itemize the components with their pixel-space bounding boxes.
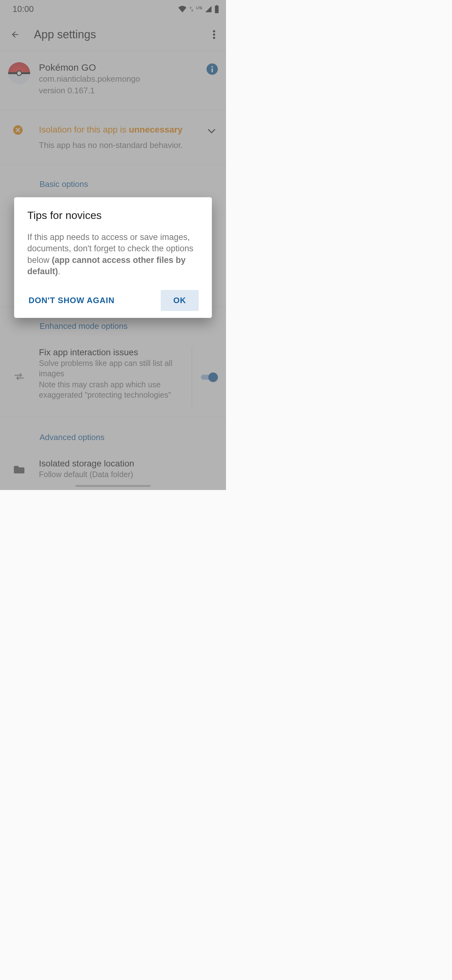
ok-button[interactable]: OK xyxy=(161,290,199,311)
dialog-title: Tips for novices xyxy=(27,209,199,221)
dont-show-again-button[interactable]: DON'T SHOW AGAIN xyxy=(27,290,116,311)
dialog-body: If this app needs to access or save imag… xyxy=(27,231,199,277)
tips-dialog: Tips for novices If this app needs to ac… xyxy=(14,197,212,318)
screen: 10:00 LTE App settings xyxy=(0,0,226,490)
